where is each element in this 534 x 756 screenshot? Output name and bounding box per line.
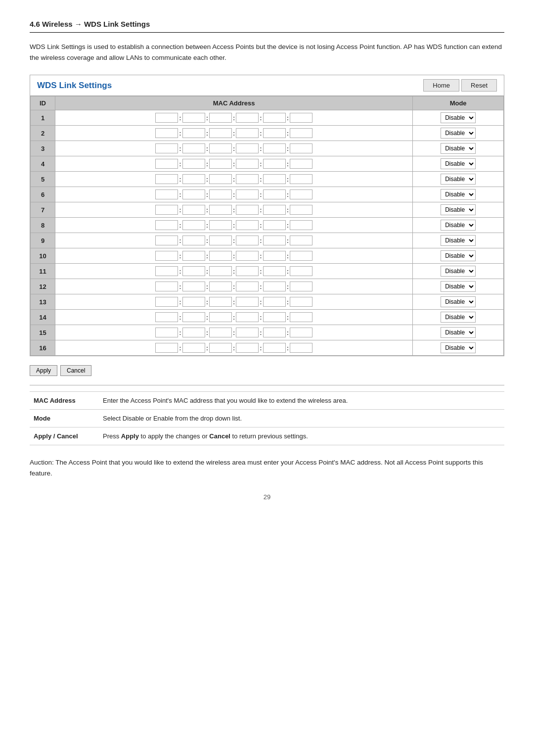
mac-octet-input[interactable] [290,312,312,322]
mode-select[interactable]: DisableEnable [441,189,476,200]
mac-octet-input[interactable] [236,266,259,276]
mac-octet-input[interactable] [155,328,178,337]
mac-octet-input[interactable] [209,266,232,276]
mac-octet-input[interactable] [182,174,205,184]
mac-octet-input[interactable] [209,128,232,138]
mac-octet-input[interactable] [290,205,312,215]
mac-octet-input[interactable] [263,159,286,169]
mac-octet-input[interactable] [155,174,178,184]
apply-button[interactable]: Apply [30,365,57,376]
mac-octet-input[interactable] [209,113,232,123]
mac-octet-input[interactable] [236,174,259,184]
mode-select[interactable]: DisableEnable [441,281,476,292]
mac-octet-input[interactable] [290,143,312,153]
mac-octet-input[interactable] [290,297,312,307]
mac-octet-input[interactable] [209,312,232,322]
mac-octet-input[interactable] [155,312,178,322]
mac-octet-input[interactable] [263,328,286,337]
mac-octet-input[interactable] [182,113,205,123]
mode-select[interactable]: DisableEnable [441,312,476,323]
mac-octet-input[interactable] [263,251,286,261]
mac-octet-input[interactable] [290,236,312,245]
mac-octet-input[interactable] [182,251,205,261]
mac-octet-input[interactable] [182,189,205,199]
mac-octet-input[interactable] [236,297,259,307]
mac-octet-input[interactable] [155,128,178,138]
mac-octet-input[interactable] [182,282,205,291]
mac-octet-input[interactable] [236,143,259,153]
mac-octet-input[interactable] [290,113,312,123]
mac-octet-input[interactable] [155,343,178,353]
mac-octet-input[interactable] [290,343,312,353]
mac-octet-input[interactable] [236,128,259,138]
mode-select[interactable]: DisableEnable [441,143,476,154]
mac-octet-input[interactable] [209,159,232,169]
mode-select[interactable]: DisableEnable [441,174,476,185]
mac-octet-input[interactable] [209,220,232,230]
mode-select[interactable]: DisableEnable [441,204,476,215]
mac-octet-input[interactable] [209,328,232,337]
cancel-button[interactable]: Cancel [60,365,91,376]
mode-select[interactable]: DisableEnable [441,342,476,353]
mac-octet-input[interactable] [236,251,259,261]
mac-octet-input[interactable] [155,143,178,153]
mac-octet-input[interactable] [182,159,205,169]
mac-octet-input[interactable] [236,205,259,215]
mac-octet-input[interactable] [290,328,312,337]
mac-octet-input[interactable] [290,128,312,138]
mac-octet-input[interactable] [209,343,232,353]
mac-octet-input[interactable] [182,205,205,215]
mac-octet-input[interactable] [263,205,286,215]
mac-octet-input[interactable] [263,343,286,353]
mac-octet-input[interactable] [182,328,205,337]
mac-octet-input[interactable] [290,251,312,261]
mac-octet-input[interactable] [182,143,205,153]
mac-octet-input[interactable] [290,282,312,291]
mac-octet-input[interactable] [263,282,286,291]
mac-octet-input[interactable] [236,189,259,199]
mac-octet-input[interactable] [236,236,259,245]
mac-octet-input[interactable] [182,266,205,276]
mac-octet-input[interactable] [263,236,286,245]
mac-octet-input[interactable] [263,174,286,184]
mac-octet-input[interactable] [209,189,232,199]
mode-select[interactable]: DisableEnable [441,327,476,338]
mac-octet-input[interactable] [155,251,178,261]
mode-select[interactable]: DisableEnable [441,296,476,307]
mac-octet-input[interactable] [209,282,232,291]
mode-select[interactable]: DisableEnable [441,235,476,246]
mac-octet-input[interactable] [290,189,312,199]
mac-octet-input[interactable] [263,297,286,307]
mac-octet-input[interactable] [263,143,286,153]
mac-octet-input[interactable] [263,312,286,322]
mac-octet-input[interactable] [236,328,259,337]
mac-octet-input[interactable] [209,236,232,245]
mode-select[interactable]: DisableEnable [441,112,476,123]
mac-octet-input[interactable] [155,220,178,230]
mac-octet-input[interactable] [182,236,205,245]
mac-octet-input[interactable] [236,282,259,291]
mode-select[interactable]: DisableEnable [441,266,476,277]
mac-octet-input[interactable] [236,220,259,230]
mac-octet-input[interactable] [155,205,178,215]
mac-octet-input[interactable] [263,128,286,138]
mac-octet-input[interactable] [155,282,178,291]
mac-octet-input[interactable] [155,266,178,276]
mac-octet-input[interactable] [155,189,178,199]
home-button[interactable]: Home [423,79,459,92]
mac-octet-input[interactable] [263,113,286,123]
mac-octet-input[interactable] [236,113,259,123]
mode-select[interactable]: DisableEnable [441,220,476,231]
mac-octet-input[interactable] [209,205,232,215]
mac-octet-input[interactable] [263,266,286,276]
mac-octet-input[interactable] [290,159,312,169]
mac-octet-input[interactable] [209,143,232,153]
mac-octet-input[interactable] [263,220,286,230]
mode-select[interactable]: DisableEnable [441,128,476,139]
mac-octet-input[interactable] [182,220,205,230]
mac-octet-input[interactable] [182,128,205,138]
mac-octet-input[interactable] [290,220,312,230]
mac-octet-input[interactable] [182,297,205,307]
mac-octet-input[interactable] [290,174,312,184]
reset-button[interactable]: Reset [461,79,497,92]
